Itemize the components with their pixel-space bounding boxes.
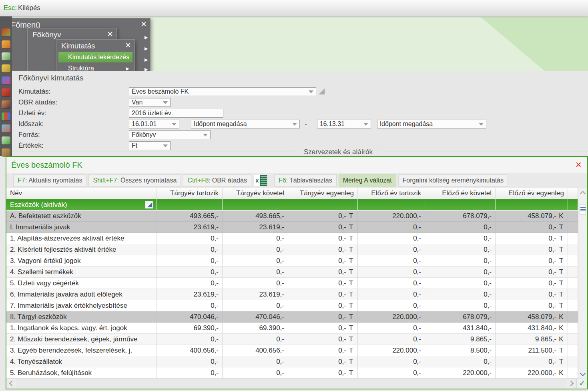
ertekek-value: Ft <box>132 142 137 149</box>
print-current-button[interactable]: F7:Aktuális nyomtatás <box>13 174 86 186</box>
table-select-button[interactable]: F6:Táblaválasztás <box>274 174 337 186</box>
exit-hint-bar[interactable]: Esc: Kilépés <box>0 0 588 16</box>
cube-icon[interactable] <box>2 76 10 84</box>
submenu-arrow-icon: ▶ <box>144 46 148 51</box>
vertical-scroll-thumb[interactable] <box>580 204 586 215</box>
idoszak-from-mode-value: Időpont megadása <box>194 120 247 127</box>
idoszak-to-date-select[interactable]: 16.13.31 <box>317 120 371 128</box>
scroll-up-button[interactable] <box>578 188 587 198</box>
expand-triangle-icon[interactable] <box>319 88 325 94</box>
red-box-icon[interactable] <box>2 88 10 96</box>
table-row[interactable]: I. Immateriális javak23.619,-23.619,-0,-… <box>6 222 578 233</box>
chevron-down-icon <box>479 123 484 126</box>
tab-merleg-a-valtozat[interactable]: Mérleg A változat <box>339 174 396 186</box>
table-row[interactable]: A. Befektetett eszközök493.665,-493.665,… <box>6 211 578 222</box>
cell-elozo-ev-egyenleg: 9.865,-K <box>496 334 568 345</box>
cell-filler <box>568 233 578 244</box>
money-icon[interactable] <box>2 52 10 60</box>
idoszak-from-mode-select[interactable]: Időpont megadása <box>191 120 300 128</box>
close-icon[interactable]: × <box>107 29 113 39</box>
cell-targyev-kovetel: 0,- <box>223 255 288 267</box>
table-row[interactable]: 3. Vagyoni értékű jogok0,-0,-0,-T0,-0,-0… <box>6 255 578 267</box>
basket-icon[interactable] <box>2 28 10 36</box>
uzleti-ev-input[interactable]: 2016 üzleti év <box>129 109 223 118</box>
table-row[interactable]: 4. Szellemi termékek0,-0,-0,-T0,-0,-0,-T <box>6 267 578 278</box>
cell-elozo-ev-kovetel: 0,- <box>425 222 496 233</box>
cell-elozo-ev-kovetel: 9.865,- <box>425 334 496 345</box>
tab-forgalmi-koltseg[interactable]: Forgalmi költség ereménykimutatás <box>398 174 508 186</box>
vertical-scrollbar[interactable] <box>578 188 587 379</box>
chevron-left-icon <box>9 381 15 386</box>
horizontal-scroll-track[interactable] <box>16 379 566 388</box>
confirm-button[interactable]: ✓ <box>576 379 587 388</box>
cell-name: Eszközök (aktívák) <box>6 199 157 211</box>
collapse-triangle-icon[interactable] <box>145 201 153 209</box>
bar-chart-icon[interactable] <box>2 112 10 120</box>
cell-elozo-ev-kovetel: 8.500,- <box>425 345 496 356</box>
coins-icon[interactable] <box>2 64 10 72</box>
table-row[interactable]: Eszközök (aktívák) <box>6 199 578 211</box>
table-row[interactable]: 1. Ingatlanok és kapcs. vagy. ért. jogok… <box>6 323 578 334</box>
cell-name: I. Immateriális javak <box>6 222 157 233</box>
cell-targyev-kovetel: 0,- <box>223 233 288 244</box>
cell-name: 2. Kísérleti fejlesztés aktivált értéke <box>6 244 157 255</box>
table-row[interactable]: 7. Immateriális javak értékhelyesbítése0… <box>6 300 578 311</box>
table-row[interactable]: 1. Alapítás-átszervezés aktivált értéke0… <box>6 233 578 244</box>
column-header-targyev-kovetel[interactable]: Tárgyév követel <box>223 188 288 199</box>
table-row[interactable]: 2. Kísérleti fejlesztés aktivált értéke0… <box>6 244 578 255</box>
table-row[interactable]: 2. Műszaki berendezések, gépek, járműve0… <box>6 334 578 345</box>
scroll-down-button[interactable] <box>578 369 587 379</box>
cell-targyev-tartozik: 0,- <box>157 278 223 289</box>
obr-select[interactable]: Van <box>129 98 171 107</box>
column-header-elozo-ev-kovetel[interactable]: Előző év követel <box>425 188 496 199</box>
column-header-elozo-ev-tartozik[interactable]: Előző év tartozik <box>358 188 425 199</box>
flask-icon[interactable] <box>2 124 10 132</box>
cell-elozo-ev-egyenleg: 458.079,-K <box>496 311 568 323</box>
cell-targyev-tartozik: 0,- <box>157 334 223 345</box>
close-icon[interactable]: × <box>576 159 582 170</box>
banknote-icon[interactable] <box>2 136 10 144</box>
cell-targyev-kovetel <box>223 199 288 211</box>
close-icon[interactable]: × <box>125 40 131 50</box>
horizontal-scrollbar[interactable]: ✓ <box>6 379 587 388</box>
cell-elozo-ev-kovetel: 0,- <box>425 356 496 367</box>
table-row[interactable]: 5. Beruházások, felújítások0,-0,-0,-T0,-… <box>6 367 578 379</box>
cell-targyev-egyenleg: 0,-T <box>288 255 358 267</box>
column-header-nev[interactable]: Név <box>6 188 157 199</box>
cell-targyev-tartozik: 0,- <box>157 356 223 367</box>
chevron-down-icon <box>292 123 297 126</box>
cell-targyev-egyenleg: 0,-T <box>288 289 358 300</box>
book-icon[interactable] <box>2 100 10 108</box>
scroll-left-button[interactable] <box>6 379 16 388</box>
cell-targyev-kovetel: 0,- <box>223 334 288 345</box>
cell-targyev-egyenleg: 0,-T <box>288 311 358 323</box>
obr-transfer-button[interactable]: Ctrl+F8:OBR átadás <box>183 174 251 186</box>
idoszak-from-date-select[interactable]: 16.01.01 <box>129 120 179 128</box>
cell-elozo-ev-egyenleg: 458.079,-K <box>496 211 568 222</box>
forras-select[interactable]: Főkönyv <box>129 130 211 139</box>
excel-export-icon[interactable]: x <box>254 175 267 186</box>
column-header-targyev-egyenleg[interactable]: Tárgyév egyenleg <box>288 188 358 199</box>
cell-filler <box>568 222 578 233</box>
column-header-elozo-ev-egyenleg[interactable]: Előző év egyenleg <box>496 188 568 199</box>
chevron-down-icon <box>163 101 168 104</box>
cart-icon[interactable] <box>2 40 10 48</box>
table-row[interactable]: 5. Üzleti vagy cégérték0,-0,-0,-T0,-0,-0… <box>6 278 578 289</box>
menu-item-kimutatas-lekerdezes[interactable]: Kimutatás lekérdezés <box>58 52 132 62</box>
table-row[interactable]: 6. Immateriális javakra adott előlegek23… <box>6 289 578 300</box>
cell-name: II. Tárgyi eszközök <box>6 311 157 323</box>
cell-targyev-tartozik: 23.619,- <box>157 222 223 233</box>
table-row[interactable]: 4. Tenyészállatok0,-0,-0,-T0,-0,-0,-T <box>6 356 578 367</box>
cell-targyev-tartozik: 0,- <box>157 300 223 311</box>
scroll-right-button[interactable] <box>566 379 576 388</box>
kimutatas-select[interactable]: Éves beszámoló FK <box>129 87 316 96</box>
idoszak-to-mode-select[interactable]: Időpont megadása <box>377 120 486 128</box>
column-header-targyev-tartozik[interactable]: Tárgyév tartozik <box>157 188 223 199</box>
print-all-button[interactable]: Shift+F7:Összes nyomtatása <box>88 174 181 186</box>
submenu-arrow-icon: ▶ <box>144 35 148 40</box>
table-row[interactable]: II. Tárgyi eszközök470.046,-470.046,-0,-… <box>6 311 578 323</box>
table-row[interactable]: 3. Egyéb berendezések, felszerelések, j.… <box>6 345 578 356</box>
cell-filler <box>568 367 578 379</box>
close-icon[interactable]: × <box>141 19 146 29</box>
package-icon[interactable] <box>2 148 10 156</box>
